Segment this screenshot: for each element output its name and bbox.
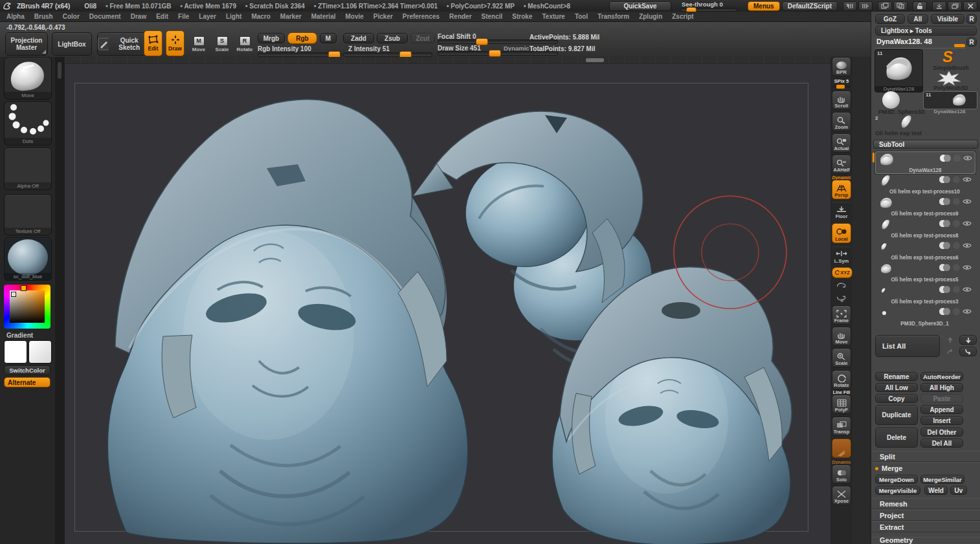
goz-all-button[interactable]: All bbox=[908, 14, 928, 24]
bpr-button[interactable]: BPR bbox=[832, 57, 851, 76]
pm3d-sphere-icon[interactable] bbox=[882, 91, 900, 109]
eye-icon[interactable] bbox=[963, 243, 972, 248]
eye-icon[interactable] bbox=[963, 199, 972, 204]
subtool-thumbnail[interactable] bbox=[878, 240, 895, 253]
weld-button[interactable]: Weld bbox=[924, 486, 948, 495]
paste-document-icon[interactable] bbox=[893, 1, 908, 11]
copy-button[interactable]: Copy bbox=[875, 394, 918, 403]
goz-r-button[interactable]: R bbox=[966, 14, 977, 24]
polypaint-shade-icon[interactable] bbox=[943, 220, 950, 227]
subtool-up-button[interactable] bbox=[944, 335, 957, 345]
uv-off-icon[interactable] bbox=[953, 220, 960, 227]
spix-slider-thumb[interactable] bbox=[836, 85, 845, 89]
switch-color-button[interactable]: SwitchColor bbox=[4, 365, 50, 375]
subtool-item[interactable]: DynaWax128 bbox=[875, 151, 975, 174]
subtool-down-button[interactable] bbox=[959, 335, 977, 345]
subtool-header[interactable]: SubTool bbox=[873, 140, 978, 149]
menu-tool[interactable]: Tool bbox=[575, 13, 588, 20]
menu-zscript[interactable]: Zscript bbox=[672, 13, 693, 20]
polymesh3d-star-icon[interactable] bbox=[937, 71, 961, 85]
color-picker-hue-marker[interactable] bbox=[21, 285, 27, 291]
duplicate-button[interactable]: Duplicate bbox=[875, 405, 918, 425]
projection-master-button[interactable]: Projection Master bbox=[5, 32, 48, 56]
lock-icon[interactable] bbox=[913, 1, 927, 11]
ghost-button[interactable] bbox=[832, 439, 851, 458]
frame-button[interactable]: Frame bbox=[832, 305, 851, 325]
color-picker[interactable] bbox=[4, 285, 50, 329]
menu-preferences[interactable]: Preferences bbox=[403, 13, 440, 20]
goz-button[interactable]: GoZ bbox=[875, 14, 905, 24]
subtool-thumbnail[interactable] bbox=[878, 284, 895, 297]
quick-sketch-button[interactable]: Quick Sketch bbox=[97, 32, 148, 56]
delete-button[interactable]: Delete bbox=[875, 428, 918, 448]
eye-icon[interactable] bbox=[963, 265, 972, 270]
menu-macro[interactable]: Macro bbox=[251, 13, 270, 20]
current-stroke-tile[interactable]: Dots bbox=[4, 102, 52, 146]
gradient-label[interactable]: Gradient bbox=[6, 332, 33, 339]
subtool-thumbnail[interactable] bbox=[878, 196, 895, 209]
append-button[interactable]: Append bbox=[920, 405, 963, 414]
restore-icon[interactable] bbox=[948, 1, 962, 11]
edit-button[interactable]: Edit bbox=[144, 30, 162, 56]
subtool-item[interactable]: Oli helm exp test-process8 bbox=[875, 217, 974, 239]
list-all-button[interactable]: List All bbox=[875, 335, 940, 357]
main-color-swatch[interactable] bbox=[4, 340, 27, 364]
floor-button[interactable]: Floor bbox=[832, 201, 851, 221]
menu-movie[interactable]: Movie bbox=[345, 13, 363, 20]
lsym-button[interactable]: L.Sym bbox=[832, 246, 851, 265]
all-low-button[interactable]: All Low bbox=[875, 383, 918, 392]
quicksave-button[interactable]: QuickSave bbox=[609, 1, 671, 11]
insert-button[interactable]: Insert bbox=[920, 416, 963, 425]
polypaint-shade-icon[interactable] bbox=[943, 176, 950, 183]
uv-off-icon[interactable] bbox=[953, 286, 960, 293]
menu-render[interactable]: Render bbox=[449, 13, 471, 20]
solo-button[interactable]: Solo bbox=[832, 464, 851, 484]
subtool-item[interactable]: Oli helm exp test-process10 bbox=[875, 173, 974, 195]
current-alpha-tile[interactable]: Alpha Off bbox=[4, 147, 52, 190]
rotate-mode-button[interactable]: R Rotate bbox=[234, 32, 255, 56]
menu-edit[interactable]: Edit bbox=[156, 13, 168, 20]
dynawax-small-thumbnail[interactable]: 11 bbox=[923, 91, 977, 109]
subtool-thumbnail[interactable] bbox=[878, 262, 895, 275]
rename-button[interactable]: Rename bbox=[875, 372, 918, 381]
menu-texture[interactable]: Texture bbox=[542, 13, 564, 20]
subtool-item[interactable]: PM3D_Sphere3D_1 bbox=[875, 305, 974, 327]
doc-nav-right-icon[interactable] bbox=[858, 1, 873, 11]
del-other-button[interactable]: Del Other bbox=[920, 428, 963, 437]
rotate-y-icon[interactable] bbox=[836, 281, 847, 290]
tool-r-button[interactable]: R bbox=[966, 38, 977, 47]
eye-icon[interactable] bbox=[963, 155, 972, 161]
draw-size-thumb[interactable] bbox=[489, 50, 501, 57]
zadd-button[interactable]: Zadd bbox=[343, 33, 374, 43]
bust-front-left[interactable] bbox=[107, 100, 468, 543]
secondary-color-swatch[interactable] bbox=[28, 340, 52, 364]
subtool-thumbnail[interactable] bbox=[878, 218, 895, 231]
lightbox-button[interactable]: LightBox bbox=[52, 32, 92, 56]
draw-button[interactable]: Draw bbox=[166, 30, 184, 56]
eye-icon[interactable] bbox=[963, 177, 972, 182]
merge-down-button[interactable]: MergeDown bbox=[875, 475, 918, 484]
subtool-scroll-marker[interactable] bbox=[873, 153, 874, 162]
move-canvas-button[interactable]: Move bbox=[832, 327, 851, 346]
merge-visible-button[interactable]: MergeVisible bbox=[875, 486, 920, 495]
geometry-section[interactable]: Geometry bbox=[871, 537, 980, 544]
color-picker-sv-marker[interactable] bbox=[11, 292, 16, 297]
document-canvas[interactable] bbox=[65, 57, 830, 544]
menu-draw[interactable]: Draw bbox=[131, 13, 146, 20]
all-high-button[interactable]: All High bbox=[920, 383, 963, 392]
vertical-scrollbar-thumb[interactable] bbox=[58, 62, 61, 79]
zcut-button[interactable]: Zcut bbox=[410, 33, 435, 43]
sculpt-viewport[interactable] bbox=[65, 57, 830, 544]
scroll-button[interactable]: Scroll bbox=[832, 91, 851, 110]
tool-title-slider[interactable] bbox=[954, 44, 965, 47]
uv-off-icon[interactable] bbox=[953, 308, 960, 315]
minimize-icon[interactable] bbox=[932, 1, 946, 11]
persp-button[interactable]: Persp bbox=[832, 180, 851, 199]
menu-color[interactable]: Color bbox=[63, 13, 80, 20]
subtool-item[interactable]: Oli helm exp test-process6 bbox=[875, 239, 974, 261]
eye-icon[interactable] bbox=[963, 287, 972, 292]
rgb-intensity-slider[interactable] bbox=[258, 52, 342, 57]
subtool-thumbnail[interactable] bbox=[878, 174, 895, 187]
uv-off-icon[interactable] bbox=[953, 198, 960, 205]
paste-button[interactable]: Paste bbox=[920, 394, 963, 403]
